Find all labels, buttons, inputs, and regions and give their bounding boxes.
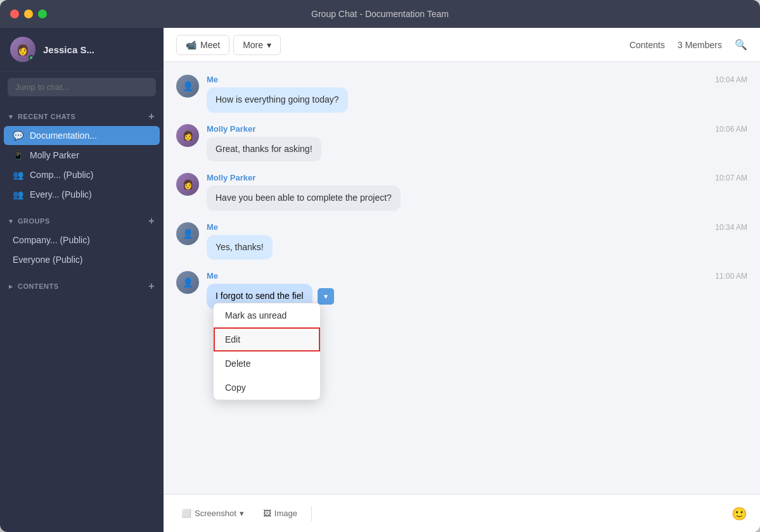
camera-icon: 📹: [186, 40, 196, 50]
message-header: Molly Parker 10:06 AM: [207, 124, 747, 134]
message-row: 👤 Me 10:34 AM Yes, thanks!: [176, 222, 747, 260]
contents-section: ▸ CONTENTS +: [0, 272, 164, 298]
avatar-image: 👤: [176, 271, 199, 294]
message-header: Me 11:00 AM: [207, 271, 747, 281]
message-sender: Me: [207, 75, 218, 84]
sidebar: 👩 Jessica S... ▾ RECENT CHATS + 💬: [0, 28, 164, 532]
message-bubble: How is everything going today?: [207, 87, 348, 113]
more-button[interactable]: More ▾: [233, 35, 281, 55]
sidebar-item-company-group[interactable]: Company... (Public): [4, 231, 160, 250]
message-row: 👤 Me 10:04 AM How is everything going to…: [176, 75, 747, 113]
add-chat-button[interactable]: +: [148, 111, 155, 122]
chevron-down-icon: ▾: [240, 509, 244, 518]
sidebar-item-molly[interactable]: 📱 Molly Parker: [4, 146, 160, 165]
sidebar-item-label: Documentation...: [30, 130, 97, 141]
toolbar-right: Contents 3 Members 🔍: [629, 39, 747, 51]
chevron-down-icon: ▸: [9, 282, 13, 290]
avatar-image: 👩: [176, 124, 199, 147]
online-indicator: [29, 55, 34, 61]
message-header: Molly Parker 10:07 AM: [207, 173, 747, 182]
message-content: Molly Parker 10:07 AM Have you been able…: [207, 173, 747, 211]
user-profile[interactable]: 👩 Jessica S...: [0, 28, 164, 72]
chevron-down-icon: ▾: [267, 40, 271, 50]
sidebar-item-label: Company... (Public): [13, 235, 90, 245]
message-content: Me 11:00 AM I forgot to send the fiel ▾: [207, 271, 747, 309]
avatar-image: 👩: [176, 173, 199, 196]
input-area: ⬜ Screenshot ▾ 🖼 Image 🙂: [164, 494, 760, 532]
avatar: 👤: [176, 75, 199, 98]
recent-chats-label: ▾ RECENT CHATS: [9, 113, 75, 121]
edit-item[interactable]: Edit: [214, 327, 320, 352]
message-sender: Me: [207, 271, 218, 281]
delete-item[interactable]: Delete: [214, 352, 320, 376]
mark-as-unread-item[interactable]: Mark as unread: [214, 303, 320, 327]
chevron-down-icon: ▾: [324, 292, 328, 301]
sidebar-item-label: Every... (Public): [30, 189, 92, 200]
groups-header: ▾ GROUPS +: [0, 212, 164, 230]
screenshot-button[interactable]: ⬜ Screenshot ▾: [176, 506, 249, 521]
emoji-button[interactable]: 🙂: [731, 506, 747, 521]
message-row: 👤 Me 11:00 AM I forgot to send the fiel: [176, 271, 747, 309]
message-content: Molly Parker 10:06 AM Great, thanks for …: [207, 124, 747, 162]
members-button[interactable]: 3 Members: [678, 40, 722, 50]
message-header: Me 10:34 AM: [207, 222, 747, 232]
group-icon: 👥: [13, 189, 23, 200]
sidebar-item-label: Molly Parker: [30, 150, 79, 160]
message-dropdown-button[interactable]: ▾: [318, 288, 334, 305]
message-bubble: Have you been able to complete the proje…: [207, 186, 401, 211]
message-row: 👩 Molly Parker 10:06 AM Great, thanks fo…: [176, 124, 747, 162]
avatar: 👩: [176, 173, 199, 196]
message-content: Me 10:04 AM How is everything going toda…: [207, 75, 747, 113]
recent-chats-section: ▾ RECENT CHATS + 💬 Documentation... 📱 Mo…: [0, 103, 164, 207]
copy-item[interactable]: Copy: [214, 376, 320, 400]
sidebar-item-label: Comp... (Public): [30, 170, 93, 180]
search-icon[interactable]: 🔍: [735, 39, 747, 51]
chat-toolbar: 📹 Meet More ▾ Contents 3 Members 🔍: [164, 28, 760, 62]
search-input[interactable]: [8, 78, 156, 96]
sidebar-item-everyone-group[interactable]: Everyone (Public): [4, 250, 160, 269]
sidebar-item-company-public[interactable]: 👥 Comp... (Public): [4, 165, 160, 184]
message-sender: Molly Parker: [207, 173, 255, 182]
message-time: 10:07 AM: [715, 174, 747, 182]
contents-label: ▸ CONTENTS: [9, 282, 59, 291]
contents-button[interactable]: Contents: [629, 40, 665, 50]
chat-area: 📹 Meet More ▾ Contents 3 Members 🔍: [164, 28, 760, 532]
context-menu: Mark as unread Edit Delete Copy: [213, 303, 321, 400]
avatar: 👩: [176, 124, 199, 147]
groups-label: ▾ GROUPS: [9, 217, 50, 225]
user-name: Jessica S...: [43, 44, 153, 55]
image-button[interactable]: 🖼 Image: [258, 506, 302, 521]
add-content-button[interactable]: +: [148, 281, 155, 291]
message-sender: Molly Parker: [207, 124, 255, 134]
message-content: Me 10:34 AM Yes, thanks!: [207, 222, 747, 260]
divider: [311, 506, 312, 521]
sidebar-item-label: Everyone (Public): [13, 255, 83, 265]
message-with-menu: I forgot to send the fiel ▾ Mark as unre…: [207, 284, 334, 309]
image-icon: 🖼: [263, 509, 271, 518]
toolbar-left: 📹 Meet More ▾: [176, 35, 281, 55]
message-time: 10:34 AM: [715, 223, 747, 232]
titlebar: Group Chat - Documentation Team: [0, 0, 760, 28]
chat-icon: 💬: [13, 130, 23, 141]
screenshot-icon: ⬜: [181, 509, 191, 518]
message-time: 11:00 AM: [715, 272, 747, 281]
sidebar-item-documentation[interactable]: 💬 Documentation...: [4, 126, 160, 145]
avatar: 👤: [176, 222, 199, 245]
message-header: Me 10:04 AM: [207, 75, 747, 84]
add-group-button[interactable]: +: [148, 216, 155, 226]
message-input[interactable]: [321, 509, 723, 519]
group-icon: 👥: [13, 170, 23, 180]
window-controls: [10, 10, 47, 18]
window-title: Group Chat - Documentation Team: [311, 9, 449, 19]
maximize-button[interactable]: [38, 10, 47, 18]
minimize-button[interactable]: [24, 10, 33, 18]
avatar-image: 👤: [176, 75, 199, 98]
messages-container: 👤 Me 10:04 AM How is everything going to…: [164, 62, 760, 494]
meet-button[interactable]: 📹 Meet: [176, 35, 229, 55]
contents-header: ▸ CONTENTS +: [0, 277, 164, 295]
avatar-image: 👤: [176, 222, 199, 245]
sidebar-item-everyone-public[interactable]: 👥 Every... (Public): [4, 185, 160, 204]
avatar: 👩: [10, 37, 35, 62]
avatar: 👤: [176, 271, 199, 294]
close-button[interactable]: [10, 10, 19, 18]
